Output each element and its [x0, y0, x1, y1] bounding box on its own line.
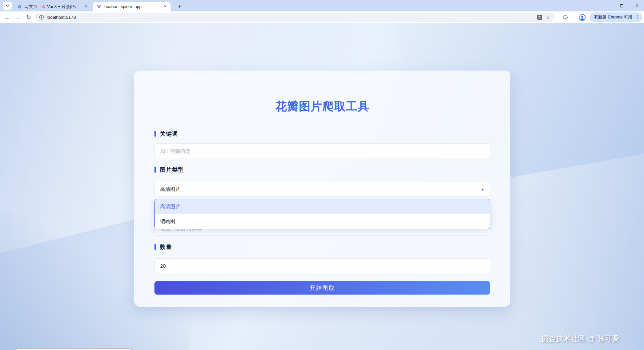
chevron-down-icon	[5, 4, 9, 8]
reload-button[interactable]: ↻	[24, 13, 33, 22]
caret-up-icon: ▲	[481, 187, 485, 191]
keyword-input[interactable]	[154, 143, 490, 158]
close-icon: ×	[635, 3, 638, 8]
vite-favicon-icon	[96, 4, 102, 9]
image-type-dropdown: 高清图片 缩略图	[154, 199, 490, 229]
tab-close-button[interactable]: ×	[83, 4, 89, 9]
page-title: 花瓣图片爬取工具	[134, 99, 510, 114]
tab-huaban-spider-app[interactable]: huaban_spider_app ×	[93, 2, 171, 11]
extensions-button[interactable]	[561, 13, 569, 21]
puzzle-icon	[562, 14, 568, 20]
dropdown-option-thumbnail[interactable]: 缩略图	[155, 214, 490, 229]
flower-icon: ✿	[42, 4, 45, 9]
juejin-favicon-icon	[17, 4, 22, 9]
back-button[interactable]: ←	[3, 13, 11, 22]
label-accent-bar	[154, 167, 156, 173]
watermark: 掘金技术社区 @ 张可爱	[541, 334, 619, 343]
window-close-button[interactable]: ×	[629, 0, 644, 11]
keyword-label: 关键词	[154, 130, 178, 137]
label-accent-bar	[154, 131, 156, 137]
browser-titlebar: 写文章 - ✿ Vue3 + 辣条(Py × huaban_spider_app…	[0, 0, 644, 11]
browser-toolbar: ← → ↻ localhost:5173 文 ☆ 有新版 Chrome 可用 ⋮	[0, 11, 644, 23]
info-icon	[39, 15, 44, 20]
new-tab-button[interactable]: +	[175, 2, 184, 11]
site-info-button[interactable]	[39, 15, 44, 20]
profile-button[interactable]	[578, 13, 587, 22]
label-accent-bar	[154, 244, 156, 250]
tab-juejin-editor[interactable]: 写文章 - ✿ Vue3 + 辣条(Py ×	[13, 2, 91, 11]
star-icon: ☆	[546, 14, 550, 20]
update-chrome-label: 有新版 Chrome 可用	[594, 14, 632, 20]
url-text: localhost:5173	[47, 15, 535, 20]
image-type-select[interactable]: 高清图片 ▲	[154, 182, 490, 196]
start-crawl-button[interactable]: 开始爬取	[154, 281, 490, 295]
quantity-input[interactable]	[154, 258, 490, 273]
app-card: 花瓣图片爬取工具 关键词 图片类型 高清图片 ▲ 高清图片 缩略图 数量 开始爬…	[134, 71, 510, 307]
window-minimize-button[interactable]	[598, 0, 614, 11]
dropdown-option-hd[interactable]: 高清图片	[155, 199, 490, 214]
toolbar-divider	[573, 14, 573, 20]
update-chrome-button[interactable]: 有新版 Chrome 可用 ⋮	[590, 12, 642, 22]
tab-title: 写文章 - ✿ Vue3 + 辣条(Py	[25, 4, 82, 10]
forward-button[interactable]: →	[13, 13, 22, 22]
profile-icon	[579, 14, 586, 21]
restore-icon	[620, 4, 623, 7]
status-bubble	[16, 348, 132, 350]
translate-icon: 文	[537, 15, 542, 20]
address-bar[interactable]: localhost:5173 文 ☆	[35, 13, 555, 22]
minimize-icon	[604, 6, 608, 6]
bookmark-star-button[interactable]: ☆	[544, 13, 553, 22]
window-restore-button[interactable]	[614, 0, 629, 11]
image-type-value: 高清图片	[160, 186, 180, 192]
tab-search-button[interactable]	[3, 2, 12, 10]
quantity-label: 数量	[154, 244, 172, 250]
translate-button[interactable]: 文	[535, 13, 544, 22]
image-type-label: 图片类型	[154, 166, 184, 173]
tab-close-button[interactable]: ×	[163, 4, 168, 9]
tab-title: huaban_spider_app	[104, 4, 161, 9]
page-background: 花瓣图片爬取工具 关键词 图片类型 高清图片 ▲ 高清图片 缩略图 数量 开始爬…	[0, 23, 644, 350]
menu-dots-icon[interactable]: ⋮	[635, 14, 640, 20]
